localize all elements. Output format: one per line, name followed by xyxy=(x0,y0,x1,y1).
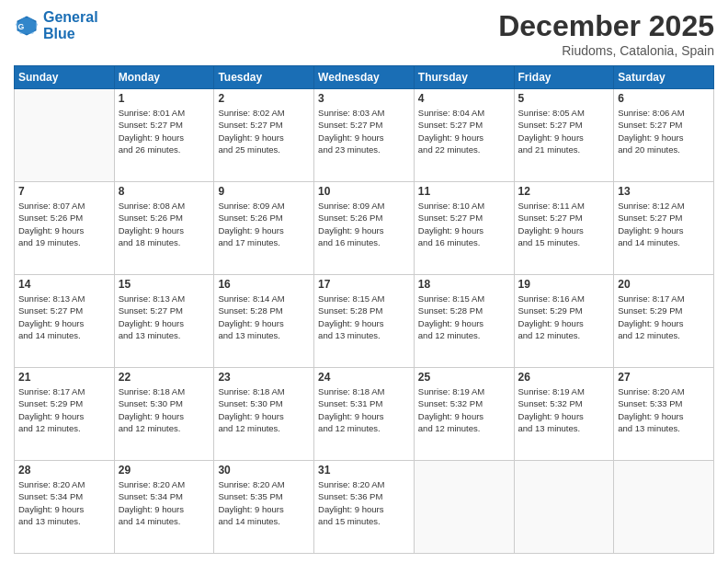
day-info: Sunrise: 8:15 AMSunset: 5:28 PMDaylight:… xyxy=(418,293,510,341)
table-cell: 26Sunrise: 8:19 AMSunset: 5:32 PMDayligh… xyxy=(514,368,614,461)
table-cell: 16Sunrise: 8:14 AMSunset: 5:28 PMDayligh… xyxy=(214,275,314,368)
day-info: Sunrise: 8:09 AMSunset: 5:26 PMDaylight:… xyxy=(218,200,310,248)
day-info: Sunrise: 8:08 AMSunset: 5:26 PMDaylight:… xyxy=(119,200,210,248)
day-info: Sunrise: 8:17 AMSunset: 5:29 PMDaylight:… xyxy=(18,385,110,434)
day-info: Sunrise: 8:02 AMSunset: 5:27 PMDaylight:… xyxy=(218,107,310,155)
table-cell: 10Sunrise: 8:09 AMSunset: 5:26 PMDayligh… xyxy=(314,182,415,275)
svg-text:G: G xyxy=(17,21,24,30)
week-row-4: 28Sunrise: 8:20 AMSunset: 5:34 PMDayligh… xyxy=(15,461,714,554)
week-row-1: 7Sunrise: 8:07 AMSunset: 5:26 PMDaylight… xyxy=(15,182,714,275)
day-info: Sunrise: 8:09 AMSunset: 5:26 PMDaylight:… xyxy=(318,200,410,248)
table-cell: 28Sunrise: 8:20 AMSunset: 5:34 PMDayligh… xyxy=(15,461,115,554)
day-number: 17 xyxy=(318,278,410,291)
day-info: Sunrise: 8:20 AMSunset: 5:34 PMDaylight:… xyxy=(18,478,110,527)
day-number: 4 xyxy=(418,92,510,105)
table-cell xyxy=(614,461,714,554)
table-cell: 15Sunrise: 8:13 AMSunset: 5:27 PMDayligh… xyxy=(114,275,214,368)
day-number: 24 xyxy=(318,371,410,384)
table-cell: 12Sunrise: 8:11 AMSunset: 5:27 PMDayligh… xyxy=(514,182,614,275)
table-cell: 24Sunrise: 8:18 AMSunset: 5:31 PMDayligh… xyxy=(314,368,415,461)
table-cell: 2Sunrise: 8:02 AMSunset: 5:27 PMDaylight… xyxy=(214,89,314,182)
day-info: Sunrise: 8:18 AMSunset: 5:30 PMDaylight:… xyxy=(119,385,210,434)
table-cell: 29Sunrise: 8:20 AMSunset: 5:34 PMDayligh… xyxy=(114,461,214,554)
logo-text: General Blue xyxy=(43,9,98,41)
day-number: 12 xyxy=(518,185,610,198)
day-number: 5 xyxy=(518,92,610,105)
day-info: Sunrise: 8:14 AMSunset: 5:28 PMDaylight:… xyxy=(218,293,310,341)
day-number: 1 xyxy=(119,92,210,105)
day-number: 16 xyxy=(218,278,310,291)
table-cell: 17Sunrise: 8:15 AMSunset: 5:28 PMDayligh… xyxy=(314,275,415,368)
day-number: 13 xyxy=(618,185,710,198)
day-info: Sunrise: 8:12 AMSunset: 5:27 PMDaylight:… xyxy=(618,200,710,248)
table-cell: 22Sunrise: 8:18 AMSunset: 5:30 PMDayligh… xyxy=(114,368,214,461)
day-number: 28 xyxy=(18,464,110,477)
day-info: Sunrise: 8:04 AMSunset: 5:27 PMDaylight:… xyxy=(418,107,510,155)
table-cell: 14Sunrise: 8:13 AMSunset: 5:27 PMDayligh… xyxy=(15,275,115,368)
table-cell: 3Sunrise: 8:03 AMSunset: 5:27 PMDaylight… xyxy=(314,89,415,182)
day-number: 22 xyxy=(119,371,210,384)
day-number: 3 xyxy=(318,92,410,105)
day-number: 18 xyxy=(418,278,510,291)
day-number: 23 xyxy=(218,371,310,384)
day-number: 9 xyxy=(218,185,310,198)
table-cell: 18Sunrise: 8:15 AMSunset: 5:28 PMDayligh… xyxy=(414,275,514,368)
table-cell: 19Sunrise: 8:16 AMSunset: 5:29 PMDayligh… xyxy=(514,275,614,368)
day-info: Sunrise: 8:20 AMSunset: 5:36 PMDaylight:… xyxy=(318,478,410,527)
table-cell: 8Sunrise: 8:08 AMSunset: 5:26 PMDaylight… xyxy=(114,182,214,275)
day-number: 2 xyxy=(218,92,310,105)
location: Riudoms, Catalonia, Spain xyxy=(498,43,714,58)
table-cell: 30Sunrise: 8:20 AMSunset: 5:35 PMDayligh… xyxy=(214,461,314,554)
col-monday: Monday xyxy=(114,66,214,89)
day-number: 14 xyxy=(18,278,110,291)
col-tuesday: Tuesday xyxy=(214,66,314,89)
month-title: December 2025 xyxy=(498,9,714,43)
day-number: 15 xyxy=(119,278,210,291)
day-number: 8 xyxy=(119,185,210,198)
col-saturday: Saturday xyxy=(614,66,714,89)
day-info: Sunrise: 8:20 AMSunset: 5:33 PMDaylight:… xyxy=(618,385,710,434)
day-number: 19 xyxy=(518,278,610,291)
table-cell xyxy=(514,461,614,554)
table-cell: 9Sunrise: 8:09 AMSunset: 5:26 PMDaylight… xyxy=(214,182,314,275)
day-info: Sunrise: 8:18 AMSunset: 5:31 PMDaylight:… xyxy=(318,385,410,434)
day-number: 11 xyxy=(418,185,510,198)
day-info: Sunrise: 8:05 AMSunset: 5:27 PMDaylight:… xyxy=(518,107,610,155)
day-info: Sunrise: 8:19 AMSunset: 5:32 PMDaylight:… xyxy=(518,385,610,434)
day-number: 29 xyxy=(119,464,210,477)
day-info: Sunrise: 8:01 AMSunset: 5:27 PMDaylight:… xyxy=(119,107,210,155)
table-cell: 5Sunrise: 8:05 AMSunset: 5:27 PMDaylight… xyxy=(514,89,614,182)
week-row-2: 14Sunrise: 8:13 AMSunset: 5:27 PMDayligh… xyxy=(15,275,714,368)
table-cell: 23Sunrise: 8:18 AMSunset: 5:30 PMDayligh… xyxy=(214,368,314,461)
day-info: Sunrise: 8:16 AMSunset: 5:29 PMDaylight:… xyxy=(518,293,610,341)
table-cell: 7Sunrise: 8:07 AMSunset: 5:26 PMDaylight… xyxy=(15,182,115,275)
week-row-3: 21Sunrise: 8:17 AMSunset: 5:29 PMDayligh… xyxy=(15,368,714,461)
table-cell: 4Sunrise: 8:04 AMSunset: 5:27 PMDaylight… xyxy=(414,89,514,182)
day-info: Sunrise: 8:15 AMSunset: 5:28 PMDaylight:… xyxy=(318,293,410,341)
day-info: Sunrise: 8:06 AMSunset: 5:27 PMDaylight:… xyxy=(618,107,710,155)
day-number: 10 xyxy=(318,185,410,198)
day-info: Sunrise: 8:03 AMSunset: 5:27 PMDaylight:… xyxy=(318,107,410,155)
table-cell: 31Sunrise: 8:20 AMSunset: 5:36 PMDayligh… xyxy=(314,461,415,554)
col-thursday: Thursday xyxy=(414,66,514,89)
table-cell: 1Sunrise: 8:01 AMSunset: 5:27 PMDaylight… xyxy=(114,89,214,182)
logo: G General Blue xyxy=(14,9,98,41)
title-block: December 2025 Riudoms, Catalonia, Spain xyxy=(498,9,714,58)
col-sunday: Sunday xyxy=(15,66,115,89)
day-number: 26 xyxy=(518,371,610,384)
page: G General Blue December 2025 Riudoms, Ca… xyxy=(0,0,728,563)
table-cell: 25Sunrise: 8:19 AMSunset: 5:32 PMDayligh… xyxy=(414,368,514,461)
table-cell xyxy=(414,461,514,554)
calendar-header-row: Sunday Monday Tuesday Wednesday Thursday… xyxy=(15,66,714,89)
header: G General Blue December 2025 Riudoms, Ca… xyxy=(14,9,714,58)
col-wednesday: Wednesday xyxy=(314,66,415,89)
day-number: 25 xyxy=(418,371,510,384)
day-info: Sunrise: 8:18 AMSunset: 5:30 PMDaylight:… xyxy=(218,385,310,434)
day-info: Sunrise: 8:11 AMSunset: 5:27 PMDaylight:… xyxy=(518,200,610,248)
day-info: Sunrise: 8:20 AMSunset: 5:34 PMDaylight:… xyxy=(119,478,210,527)
day-info: Sunrise: 8:19 AMSunset: 5:32 PMDaylight:… xyxy=(418,385,510,434)
day-number: 27 xyxy=(618,371,710,384)
day-number: 6 xyxy=(618,92,710,105)
logo-icon: G xyxy=(14,13,40,39)
calendar-table: Sunday Monday Tuesday Wednesday Thursday… xyxy=(14,65,714,554)
